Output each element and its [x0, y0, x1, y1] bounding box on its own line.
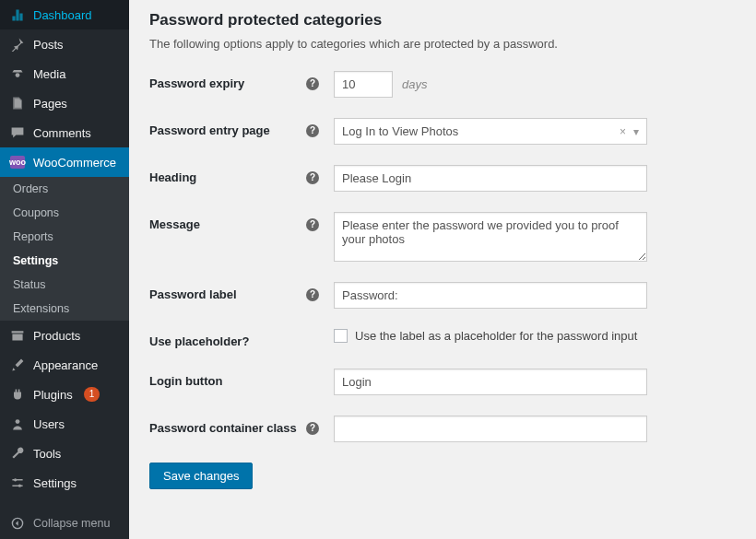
- sliders-icon: [9, 475, 26, 491]
- sidebar-item-label: Pages: [33, 97, 67, 111]
- sidebar-item-label: WooCommerce: [33, 156, 116, 170]
- help-icon[interactable]: ?: [306, 124, 319, 137]
- heading-label: Heading: [149, 170, 196, 184]
- archive-icon: [9, 327, 26, 344]
- svg-point-2: [14, 478, 17, 481]
- password-expiry-input[interactable]: [334, 71, 393, 98]
- clear-icon[interactable]: ×: [620, 125, 626, 138]
- chevron-down-icon[interactable]: ▾: [633, 125, 639, 138]
- submenu-item-coupons[interactable]: Coupons: [0, 201, 129, 225]
- sidebar-item-label: Users: [33, 417, 65, 431]
- message-label: Message: [149, 217, 200, 231]
- login-button-label: Login button: [149, 374, 222, 388]
- wrench-icon: [9, 445, 26, 462]
- sidebar-item-comments[interactable]: Comments: [0, 118, 129, 147]
- message-textarea[interactable]: [334, 212, 647, 262]
- password-label-label: Password label: [149, 287, 237, 301]
- sidebar-item-dashboard[interactable]: Dashboard: [0, 0, 129, 29]
- use-placeholder-checkbox[interactable]: [334, 329, 348, 343]
- settings-form: Password expiry? days Password entry pag…: [149, 71, 736, 442]
- sidebar-item-label: Plugins: [33, 388, 73, 402]
- sidebar-item-posts[interactable]: Posts: [0, 29, 129, 59]
- submenu-item-reports[interactable]: Reports: [0, 225, 129, 249]
- main-content: Password protected categories The follow…: [129, 0, 756, 539]
- media-icon: [9, 65, 26, 82]
- brush-icon: [9, 357, 26, 373]
- collapse-menu[interactable]: Collapse menu: [0, 508, 129, 539]
- sidebar-item-users[interactable]: Users: [0, 409, 129, 439]
- sidebar-item-label: Posts: [33, 38, 64, 52]
- password-label-input[interactable]: [334, 282, 647, 309]
- help-icon[interactable]: ?: [306, 77, 319, 90]
- comment-icon: [9, 124, 26, 141]
- entry-page-label: Password entry page: [149, 123, 270, 137]
- sidebar-item-products[interactable]: Products: [0, 321, 129, 350]
- sidebar-item-label: Media: [33, 67, 65, 81]
- sidebar-item-label: Appearance: [33, 358, 98, 372]
- sidebar-item-media[interactable]: Media: [0, 59, 129, 88]
- page-title: Password protected categories: [149, 11, 736, 29]
- entry-page-select[interactable]: Log In to View Photos ×▾: [334, 118, 647, 145]
- submenu-item-extensions[interactable]: Extensions: [0, 297, 129, 321]
- sidebar-item-tools[interactable]: Tools: [0, 439, 129, 468]
- sidebar-item-label: Settings: [33, 476, 77, 490]
- expiry-suffix: days: [402, 77, 427, 91]
- password-expiry-label: Password expiry: [149, 76, 244, 90]
- heading-input[interactable]: [334, 165, 647, 192]
- sidebar-item-settings[interactable]: Settings: [0, 468, 129, 498]
- container-class-input[interactable]: [334, 416, 647, 442]
- page-description: The following options apply to categorie…: [149, 37, 736, 51]
- sidebar-item-label: Tools: [33, 447, 61, 461]
- entry-page-value: Log In to View Photos: [342, 124, 458, 138]
- container-class-label: Password container class: [149, 421, 297, 435]
- sidebar-item-woocommerce[interactable]: woo WooCommerce: [0, 147, 129, 177]
- sidebar-item-label: Dashboard: [33, 8, 92, 22]
- user-icon: [9, 416, 26, 432]
- dashboard-icon: [9, 6, 26, 23]
- submenu-item-orders[interactable]: Orders: [0, 177, 129, 201]
- help-icon[interactable]: ?: [306, 422, 319, 435]
- use-placeholder-desc: Use the label as a placeholder for the p…: [355, 329, 637, 343]
- use-placeholder-label: Use placeholder?: [149, 334, 249, 348]
- pin-icon: [9, 36, 26, 53]
- collapse-label: Collapse menu: [33, 517, 110, 530]
- save-changes-button[interactable]: Save changes: [149, 463, 253, 489]
- login-button-input[interactable]: [334, 369, 647, 395]
- help-icon[interactable]: ?: [306, 218, 319, 231]
- submenu-item-settings[interactable]: Settings: [0, 249, 129, 273]
- page-icon: [9, 95, 26, 111]
- woo-icon: woo: [9, 154, 26, 170]
- collapse-icon: [9, 515, 26, 532]
- svg-point-0: [16, 73, 20, 77]
- sidebar-item-appearance[interactable]: Appearance: [0, 350, 129, 380]
- sidebar-item-label: Comments: [33, 126, 91, 140]
- help-icon[interactable]: ?: [306, 288, 319, 301]
- help-icon[interactable]: ?: [306, 171, 319, 184]
- sidebar-item-plugins[interactable]: Plugins 1: [0, 380, 129, 409]
- admin-sidebar: Dashboard Posts Media Pages Comments woo…: [0, 0, 129, 539]
- plug-icon: [9, 386, 26, 403]
- sidebar-item-label: Products: [33, 329, 80, 343]
- svg-point-1: [16, 419, 20, 424]
- submenu-item-status[interactable]: Status: [0, 273, 129, 297]
- svg-point-3: [18, 485, 21, 487]
- sidebar-item-pages[interactable]: Pages: [0, 88, 129, 118]
- update-badge: 1: [84, 387, 100, 402]
- woocommerce-submenu: Orders Coupons Reports Settings Status E…: [0, 177, 129, 321]
